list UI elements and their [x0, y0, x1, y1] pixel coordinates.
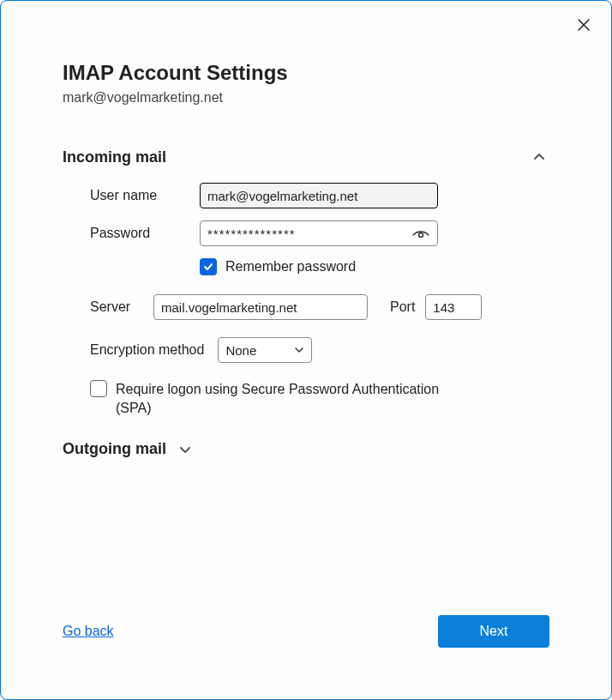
- remember-password-checkbox[interactable]: [200, 258, 217, 275]
- incoming-mail-title: Incoming mail: [63, 148, 166, 166]
- username-label: User name: [90, 188, 200, 203]
- spa-label: Require logon using Secure Password Auth…: [116, 380, 467, 419]
- server-input[interactable]: [153, 294, 368, 320]
- go-back-link[interactable]: Go back: [63, 624, 114, 639]
- account-email: mark@vogelmarketing.net: [63, 90, 549, 106]
- expand-outgoing-button[interactable]: [175, 439, 195, 460]
- next-button[interactable]: Next: [438, 615, 549, 648]
- username-input[interactable]: [200, 183, 438, 208]
- encryption-method-select[interactable]: None: [218, 337, 312, 363]
- reveal-password-button[interactable]: [411, 224, 430, 243]
- encryption-method-label: Encryption method: [90, 342, 204, 358]
- chevron-down-icon: [294, 345, 304, 355]
- svg-point-0: [419, 233, 423, 238]
- chevron-down-icon: [179, 444, 191, 456]
- server-label: Server: [90, 299, 143, 315]
- outgoing-mail-header[interactable]: Outgoing mail: [63, 439, 549, 460]
- remember-password-label: Remember password: [225, 259, 356, 275]
- port-input[interactable]: [425, 294, 482, 320]
- close-icon: [577, 18, 591, 32]
- password-masked-value: ***************: [207, 226, 411, 241]
- collapse-incoming-button[interactable]: [529, 147, 549, 167]
- outgoing-mail-title: Outgoing mail: [63, 440, 166, 458]
- close-button[interactable]: [572, 13, 596, 37]
- spa-checkbox[interactable]: [90, 380, 107, 397]
- port-label: Port: [390, 299, 415, 315]
- incoming-mail-fields: User name Password *************** Remem…: [63, 183, 549, 419]
- password-input[interactable]: ***************: [200, 220, 438, 246]
- incoming-mail-header[interactable]: Incoming mail: [63, 147, 549, 167]
- encryption-method-value: None: [225, 343, 294, 358]
- checkmark-icon: [202, 261, 214, 273]
- eye-icon: [412, 226, 429, 240]
- chevron-up-icon: [533, 151, 545, 163]
- account-settings-dialog: IMAP Account Settings mark@vogelmarketin…: [0, 0, 612, 700]
- page-title: IMAP Account Settings: [63, 61, 549, 85]
- password-label: Password: [90, 226, 200, 241]
